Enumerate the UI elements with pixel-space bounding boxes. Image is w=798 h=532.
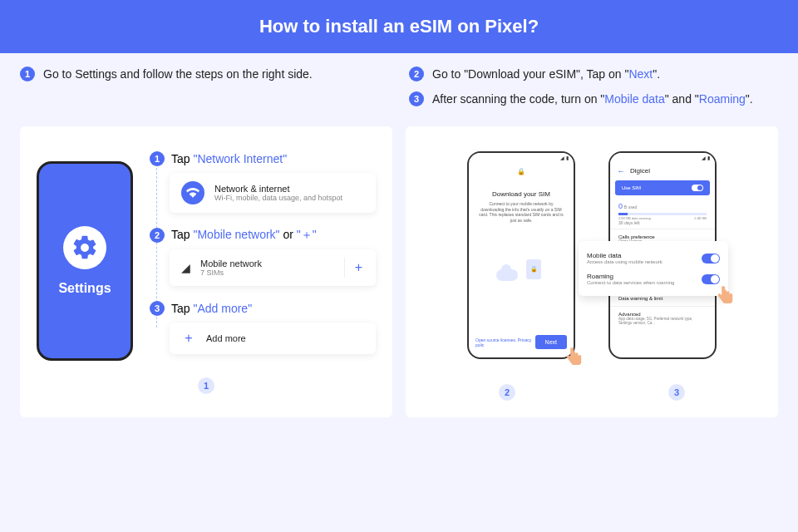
step-number-badge: 1 xyxy=(20,66,35,81)
signal-icon: ◢ xyxy=(181,261,190,274)
statusbar: ◢▮ xyxy=(469,153,574,161)
toggle-switch[interactable] xyxy=(692,185,703,191)
card-subtitle: Wi-Fi, mobile, data usage, and hotspot xyxy=(214,194,342,202)
panel-number-badge: 2 xyxy=(499,384,515,401)
instruction-2: 2 Go to "Download your eSIM", Tap on "Ne… xyxy=(409,66,778,81)
instruction-1: 1 Go to Settings and follow the steps on… xyxy=(20,66,389,81)
carrier-title: Digicel xyxy=(630,167,650,175)
substep-3: 3 Tap "Add more" + Add more xyxy=(150,301,376,354)
step-number-badge: 1 xyxy=(150,151,165,166)
step-number-badge: 3 xyxy=(409,91,424,106)
plus-icon[interactable]: + xyxy=(344,258,364,278)
substep-text: Tap "Network Internet" xyxy=(171,152,287,165)
panel-1: Settings 1 Tap "Network Internet" Networ… xyxy=(20,126,392,417)
substep-text: Tap "Mobile network" or "＋" xyxy=(171,228,317,243)
panel-number-badge: 3 xyxy=(668,384,685,401)
toggle-switch[interactable] xyxy=(702,274,720,284)
mobile-data-toggle-row[interactable]: Mobile data Access data using mobile net… xyxy=(587,248,720,268)
plus-icon: + xyxy=(181,331,196,346)
card-title: Add more xyxy=(206,333,246,343)
download-subtitle: Connect to your mobile network by downlo… xyxy=(469,198,574,226)
roaming-toggle-row[interactable]: Roaming Connect to data services when ro… xyxy=(587,268,720,289)
next-button[interactable]: Next xyxy=(535,335,567,349)
add-more-card[interactable]: + Add more xyxy=(170,323,376,354)
card-title: Network & internet xyxy=(214,184,342,194)
gear-icon xyxy=(63,226,106,269)
back-arrow-icon[interactable]: ← xyxy=(617,166,625,175)
header: How to install an eSIM on Pixel? xyxy=(0,0,798,53)
download-sim-phone-mock: ◢▮ 🔒 Download your SIM Connect to your m… xyxy=(467,151,575,359)
panel-2: ◢▮ 🔒 Download your SIM Connect to your m… xyxy=(406,126,778,417)
toggles-overlay-card: Mobile data Access data using mobile net… xyxy=(579,241,728,296)
instruction-text: After scanning the code, turn on "Mobile… xyxy=(432,92,753,106)
statusbar: ◢▮ xyxy=(610,153,715,161)
substep-1: 1 Tap "Network Internet" Network & inter… xyxy=(150,151,376,213)
settings-phone-mock: Settings xyxy=(37,161,133,361)
use-sim-row[interactable]: Use SIM xyxy=(615,180,710,195)
licenses-link[interactable]: Open source licenses. Privacy polic xyxy=(475,337,535,347)
instruction-text: Go to Settings and follow the steps on t… xyxy=(43,67,313,81)
panel-number-badge: 1 xyxy=(198,377,214,394)
sim-illustration: 🔒 xyxy=(496,259,546,284)
mobile-network-card[interactable]: ◢ Mobile network 7 SIMs + xyxy=(170,249,376,286)
instruction-text: Go to "Download your eSIM", Tap on "Next… xyxy=(432,67,660,81)
advanced-row[interactable]: Advanced App data usage, 5G, Preferred n… xyxy=(610,306,715,330)
substep-2: 2 Tap "Mobile network" or "＋" ◢ Mobile n… xyxy=(150,228,376,286)
toggle-switch[interactable] xyxy=(702,254,720,264)
step-number-badge: 2 xyxy=(150,228,165,243)
panels-row: Settings 1 Tap "Network Internet" Networ… xyxy=(0,116,798,437)
card-subtitle: 7 SIMs xyxy=(200,268,262,277)
wifi-icon xyxy=(181,181,204,204)
substep-text: Tap "Add more" xyxy=(171,302,252,315)
download-title: Download your SIM xyxy=(469,190,574,198)
step-number-badge: 3 xyxy=(150,301,165,316)
card-title: Mobile network xyxy=(200,259,262,268)
data-usage-block: 0 B used 2.00 GB data warning2.00 GB 30 … xyxy=(610,199,715,229)
network-internet-card[interactable]: Network & internet Wi-Fi, mobile, data u… xyxy=(170,173,376,213)
instructions-row: 1 Go to Settings and follow the steps on… xyxy=(0,53,798,116)
settings-label: Settings xyxy=(58,281,111,296)
page-title: How to install an eSIM on Pixel? xyxy=(259,16,539,37)
instruction-3: 3 After scanning the code, turn on "Mobi… xyxy=(409,91,778,106)
step-number-badge: 2 xyxy=(409,66,424,81)
lock-icon: 🔒 xyxy=(469,168,574,175)
